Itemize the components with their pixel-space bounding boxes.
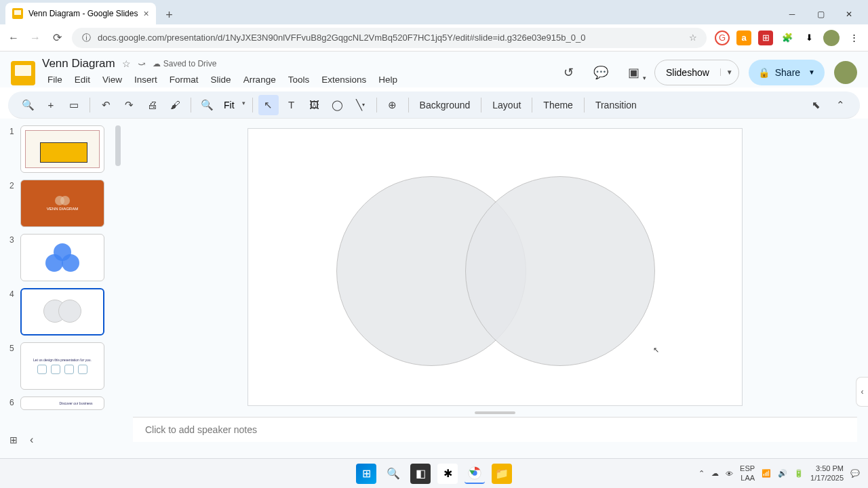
maximize-icon[interactable]: ▢ [811,9,830,19]
url-text: docs.google.com/presentation/d/1NyJXE3N9… [98,33,585,43]
layout-button[interactable]: Layout [487,100,526,110]
search-menus-icon[interactable]: 🔍 [18,95,38,115]
slide-number: 4 [9,288,16,299]
grid-view-icon[interactable]: ⊞ [9,434,18,445]
forward-button[interactable]: → [28,32,42,44]
reload-button[interactable]: ⟳ [50,31,64,44]
slide-thumbnail-1[interactable] [20,125,104,173]
slack-icon[interactable]: ✱ [437,464,458,484]
slide-thumbnail-5[interactable]: Let us design this presentation for you. [20,342,104,390]
menu-file[interactable]: File [42,72,68,87]
line-tool[interactable]: ╲▾ [351,95,371,115]
profile-avatar[interactable] [823,30,840,46]
collapse-filmstrip-icon[interactable]: ‹ [30,434,33,446]
print-button[interactable]: 🖨 [142,95,162,115]
share-button[interactable]: 🔒 Share ▼ [749,60,825,85]
separator [481,98,481,113]
separator [408,98,409,113]
filmstrip[interactable]: 1 2 VENN DIAGRAM 3 4 5 Let us design thi… [0,119,122,474]
notes-resize-handle[interactable] [475,411,515,414]
speaker-notes[interactable]: Click to add speaker notes [133,417,857,442]
slideshow-dropdown[interactable]: ▼ [720,68,738,76]
zoom-select[interactable]: Fit [220,100,247,110]
paint-format-button[interactable]: 🖌 [165,95,185,115]
menu-slide[interactable]: Slide [205,72,237,87]
separator [584,98,585,113]
clock[interactable]: 3:50 PM 1/17/2025 [810,464,844,482]
chrome-icon[interactable] [465,464,485,484]
menu-arrange[interactable]: Arrange [238,72,281,87]
slideshow-button[interactable]: Slideshow ▼ [654,60,739,85]
venn-circle-right[interactable] [465,176,655,366]
battery-icon[interactable]: 🔋 [794,469,804,478]
slide-thumbnail-6[interactable]: Discover our business [20,396,104,410]
comment-tool[interactable]: ⊕ [382,95,403,115]
file-explorer-icon[interactable]: 📁 [492,464,512,484]
side-panel-toggle[interactable]: ‹ [856,377,868,407]
redo-button[interactable]: ↷ [119,95,139,115]
transition-button[interactable]: Transition [590,100,642,110]
notifications-icon[interactable]: 💬 [850,469,860,478]
close-tab-icon[interactable]: × [143,8,149,19]
new-slide-button[interactable]: + [41,95,61,115]
tray-chevron-icon[interactable]: ⌃ [698,469,705,478]
wifi-icon[interactable]: 📶 [762,469,771,478]
close-window-icon[interactable]: ✕ [840,9,859,19]
background-button[interactable]: Background [414,100,476,110]
pointer-mode-icon[interactable]: ⬉ [806,95,826,115]
slide-number: 6 [9,396,16,407]
bookmark-star-icon[interactable]: ☆ [689,33,697,43]
save-status[interactable]: ☁ Saved to Drive [153,59,217,68]
undo-button[interactable]: ↶ [96,95,116,115]
document-title[interactable]: Venn Diagram [42,57,115,70]
history-icon[interactable]: ↺ [557,61,580,84]
extension-icon[interactable]: a [736,30,751,45]
account-avatar[interactable] [834,61,857,84]
site-info-icon[interactable]: ⓘ [81,33,91,43]
new-slide-layout-button[interactable]: ▭ [64,95,84,115]
onedrive-icon[interactable]: ☁ [711,469,719,478]
eye-icon[interactable]: 👁 [726,470,733,478]
hide-menus-icon[interactable]: ⌃ [830,95,850,115]
minimize-icon[interactable]: ─ [783,9,802,19]
image-tool[interactable]: 🖼 [304,95,325,115]
slide-thumbnail-2[interactable]: VENN DIAGRAM [20,180,104,227]
textbox-tool[interactable]: T [281,95,302,115]
scrollbar-thumb[interactable] [115,125,121,166]
slides-logo[interactable] [11,61,35,85]
downloads-icon[interactable]: ⬇ [802,30,816,45]
move-icon[interactable]: ⤻ [138,58,146,69]
extensions-menu-icon[interactable]: 🧩 [780,30,795,45]
menu-edit[interactable]: Edit [69,72,96,87]
slide-thumbnail-3[interactable] [20,234,104,281]
slide-number: 5 [9,342,16,353]
menu-tools[interactable]: Tools [283,72,315,87]
extension-icon[interactable]: G [715,30,730,45]
search-icon[interactable]: 🔍 [383,464,403,484]
browser-tab[interactable]: Venn Diagram - Google Slides × [5,3,156,24]
meet-button[interactable]: ▣▾ [622,61,645,84]
star-icon[interactable]: ☆ [122,58,131,69]
slide-thumbnail-4[interactable] [20,288,104,336]
extension-icon[interactable]: ⊞ [758,30,773,45]
select-tool[interactable]: ↖ [258,95,279,115]
shape-tool[interactable]: ◯ [328,95,348,115]
theme-button[interactable]: Theme [538,100,578,110]
new-tab-button[interactable]: + [160,5,179,24]
menu-help[interactable]: Help [373,72,403,87]
back-button[interactable]: ← [7,32,20,44]
menu-extensions[interactable]: Extensions [316,72,372,87]
menu-view[interactable]: View [97,72,127,87]
address-bar[interactable]: ⓘ docs.google.com/presentation/d/1NyJXE3… [72,28,707,48]
chrome-menu-icon[interactable]: ⋮ [846,30,861,45]
zoom-tool-icon[interactable]: 🔍 [197,95,217,115]
menu-insert[interactable]: Insert [129,72,163,87]
volume-icon[interactable]: 🔊 [778,469,787,478]
start-button[interactable]: ⊞ [356,464,376,484]
separator [90,98,90,113]
share-dropdown[interactable]: ▼ [808,68,815,76]
slide-canvas[interactable]: ↖ [248,128,743,406]
comments-icon[interactable]: 💬 [589,61,612,84]
menu-format[interactable]: Format [164,72,204,87]
task-view-icon[interactable]: ◧ [410,464,431,484]
